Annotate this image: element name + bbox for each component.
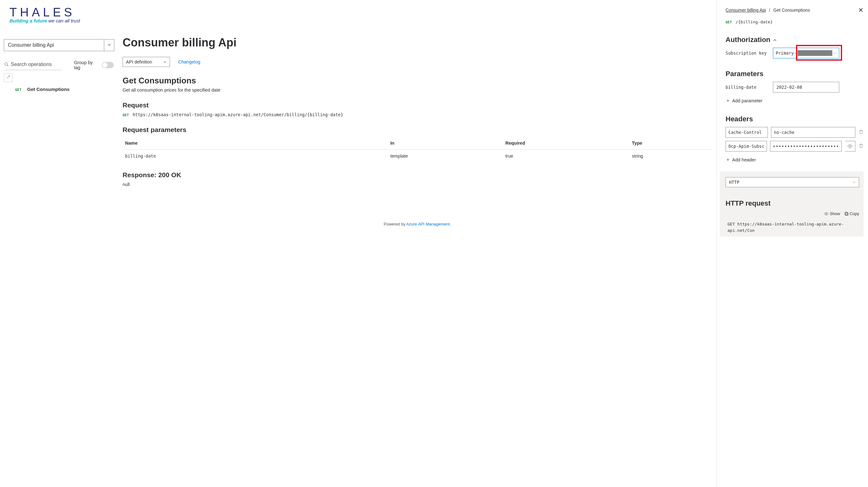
add-header-button[interactable]: ＋ Add header <box>725 157 864 163</box>
request-params-heading: Request parameters <box>123 126 712 133</box>
http-request-code: GET https://k8saas-internal-tooling-apim… <box>725 221 859 234</box>
parameters-heading: Parameters <box>725 70 864 78</box>
plus-icon: ＋ <box>725 98 730 103</box>
show-button[interactable]: Show <box>824 211 840 216</box>
th-in: In <box>388 137 503 150</box>
subscription-key-dropdown[interactable]: Primary- <box>773 48 839 58</box>
api-definition-dropdown[interactable]: API definition <box>123 57 170 67</box>
powered-by: Powered by Azure API Management. <box>123 222 712 226</box>
response-heading: Response: 200 OK <box>123 171 712 179</box>
chevron-down-icon <box>104 39 114 51</box>
th-required: Required <box>503 137 629 150</box>
svg-line-1 <box>7 65 8 66</box>
masked-key <box>798 50 832 56</box>
group-by-tag-toggle[interactable] <box>102 62 114 68</box>
eye-icon[interactable] <box>845 141 856 152</box>
group-by-tag-label: Group by tag <box>74 60 99 70</box>
sidebar: Consumer billing Api Search operations G… <box>0 27 117 487</box>
header-name-input[interactable]: Ocp-Apim-Subsc <box>725 141 767 152</box>
chevron-down-icon <box>163 60 166 63</box>
breadcrumb: Consumer billing Api / Get Consumptions <box>725 7 858 12</box>
http-request-heading: HTTP request <box>725 199 859 208</box>
params-table: Name In Required Type billing-date templ… <box>123 137 712 162</box>
add-parameter-button[interactable]: ＋ Add parameter <box>725 98 864 103</box>
chevron-up-icon <box>773 36 777 44</box>
header-value-input[interactable]: no-cache <box>771 127 856 138</box>
changelog-link[interactable]: Changelog <box>178 59 200 64</box>
brand-logo: THALES Building a future we can all trus… <box>9 6 713 23</box>
svg-rect-5 <box>845 212 847 215</box>
param-name: billing-date <box>725 85 770 90</box>
chevron-down-icon <box>852 181 856 184</box>
headers-heading: Headers <box>725 115 864 123</box>
param-value-input[interactable]: 2022-02-08 <box>773 82 839 93</box>
request-heading: Request <box>123 101 712 109</box>
header-value-input[interactable]: ••••••••••••••••••••••• <box>770 141 842 152</box>
sidebar-operation-item[interactable]: GET Get Consumptions <box>15 87 114 92</box>
operation-title: Get Consumptions <box>123 76 712 86</box>
try-it-panel: Consumer billing Api / Get Consumptions … <box>716 0 868 487</box>
th-type: Type <box>629 137 712 150</box>
svg-point-0 <box>5 63 7 65</box>
svg-rect-4 <box>845 213 848 215</box>
svg-point-3 <box>826 213 827 214</box>
operation-description: Get all consumption prices for the speci… <box>123 88 712 93</box>
subscription-key-label: Subscription key <box>725 51 770 56</box>
close-icon[interactable]: ✕ <box>858 6 864 14</box>
copy-button[interactable]: Copy <box>845 211 859 216</box>
search-placeholder: Search operations <box>11 62 52 67</box>
th-name: Name <box>123 137 388 150</box>
endpoint-path: GET/{billing-date} <box>725 20 864 24</box>
copy-icon <box>845 212 848 216</box>
collapse-tree-button[interactable] <box>4 73 12 82</box>
authorization-heading[interactable]: Authorization <box>725 36 864 44</box>
request-line: GEThttps://k8saas-internal-tooling-apim.… <box>123 112 712 117</box>
app-header: THALES Building a future we can all trus… <box>0 0 716 27</box>
main-content: Consumer billing Api API definition Chan… <box>117 27 716 487</box>
breadcrumb-leaf: Get Consumptions <box>773 7 810 12</box>
powered-by-link[interactable]: Azure API Management <box>406 222 450 226</box>
trash-icon[interactable] <box>859 130 864 135</box>
page-title: Consumer billing Api <box>123 36 712 49</box>
search-icon <box>4 62 9 67</box>
table-row: billing-date template true string <box>123 150 712 163</box>
language-select[interactable]: HTTP <box>725 177 859 187</box>
breadcrumb-root[interactable]: Consumer billing Api <box>725 7 766 12</box>
svg-point-2 <box>849 146 850 147</box>
operation-name: Get Consumptions <box>27 87 69 92</box>
response-body: null <box>123 182 712 187</box>
api-select-dropdown[interactable]: Consumer billing Api <box>4 39 114 51</box>
header-name-input[interactable]: Cache-Control <box>725 127 768 138</box>
plus-icon: ＋ <box>725 157 730 163</box>
trash-icon[interactable] <box>859 144 864 149</box>
search-input[interactable]: Search operations <box>4 60 61 70</box>
method-badge: GET <box>15 88 22 92</box>
eye-icon <box>824 212 829 215</box>
chevron-down-icon <box>834 52 836 55</box>
api-select-value: Consumer billing Api <box>4 42 104 48</box>
